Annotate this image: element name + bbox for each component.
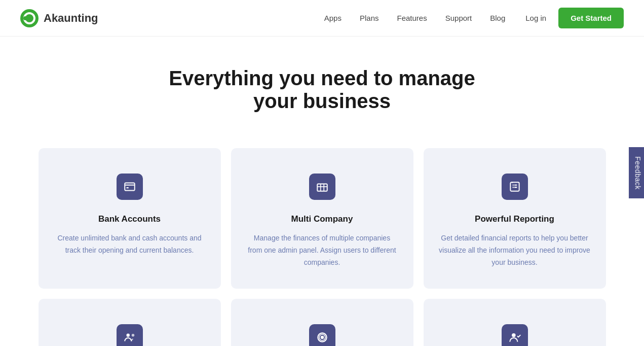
feature-grid: Bank Accounts Create unlimited bank and … xyxy=(18,133,626,346)
svg-point-15 xyxy=(320,336,324,339)
feature-card-client-portal: Client Portal Share the transactions and… xyxy=(39,299,221,346)
client-portal-icon xyxy=(123,331,136,344)
multi-company-title: Multi Company xyxy=(246,214,398,224)
recur-icon xyxy=(316,331,329,344)
navbar: Akaunting Apps Plans Features Support Bl… xyxy=(0,0,644,37)
nav-link-support[interactable]: Support xyxy=(445,14,472,22)
client-portal-icon-wrap xyxy=(117,324,143,346)
multi-company-desc: Manage the finances of multiple companie… xyxy=(246,232,398,268)
feedback-tab[interactable]: Feedback xyxy=(628,147,644,198)
hero-section: Everything you need to manage your busin… xyxy=(0,37,644,133)
feature-card-customer-summary: Customer Summary See the customer profil… xyxy=(424,299,606,346)
nav-link-plans[interactable]: Plans xyxy=(360,14,379,22)
logo-link[interactable]: Akaunting xyxy=(20,9,98,27)
nav-item-features[interactable]: Features xyxy=(397,14,427,23)
nav-item-apps[interactable]: Apps xyxy=(324,14,342,23)
multi-company-icon xyxy=(316,180,329,193)
nav-item-plans[interactable]: Plans xyxy=(360,14,379,23)
nav-link-apps[interactable]: Apps xyxy=(324,14,342,22)
feature-card-bank-accounts: Bank Accounts Create unlimited bank and … xyxy=(39,148,221,289)
bank-accounts-icon xyxy=(123,180,136,193)
reporting-title: Powerful Reporting xyxy=(439,214,591,224)
svg-rect-6 xyxy=(317,184,327,191)
feature-card-multi-company: Multi Company Manage the finances of mul… xyxy=(231,148,413,289)
customer-summary-icon-wrap xyxy=(502,324,528,346)
customer-summary-icon xyxy=(508,331,521,344)
nav-item-support[interactable]: Support xyxy=(445,14,472,23)
bank-accounts-desc: Create unlimited bank and cash accounts … xyxy=(54,232,206,257)
nav-link-features[interactable]: Features xyxy=(397,14,427,22)
svg-point-17 xyxy=(512,333,516,337)
logo-text: Akaunting xyxy=(44,12,98,25)
reporting-icon-wrap xyxy=(502,174,528,200)
svg-rect-5 xyxy=(126,187,128,188)
login-link[interactable]: Log in xyxy=(525,14,546,22)
bank-accounts-title: Bank Accounts xyxy=(54,214,206,224)
feature-card-reporting: Powerful Reporting Get detailed financia… xyxy=(424,148,606,289)
nav-link-blog[interactable]: Blog xyxy=(490,14,505,22)
svg-point-2 xyxy=(23,16,27,20)
svg-point-12 xyxy=(126,334,130,337)
nav-right: Log in Get Started xyxy=(525,8,624,28)
get-started-button[interactable]: Get Started xyxy=(558,8,624,28)
bank-accounts-icon-wrap xyxy=(117,174,143,200)
logo-icon xyxy=(20,9,39,27)
svg-point-13 xyxy=(131,334,134,336)
svg-rect-3 xyxy=(125,183,135,190)
reporting-desc: Get detailed financial reports to help y… xyxy=(439,232,591,268)
svg-point-0 xyxy=(20,9,39,27)
hero-headline: Everything you need to manage your busin… xyxy=(145,67,500,113)
nav-links: Apps Plans Features Support Blog xyxy=(324,14,506,23)
nav-item-blog[interactable]: Blog xyxy=(490,14,505,23)
reporting-icon xyxy=(508,180,521,193)
feature-card-recur: Recur Everything Automatically create in… xyxy=(231,299,413,346)
multi-company-icon-wrap xyxy=(309,174,335,200)
recur-icon-wrap xyxy=(309,324,335,346)
